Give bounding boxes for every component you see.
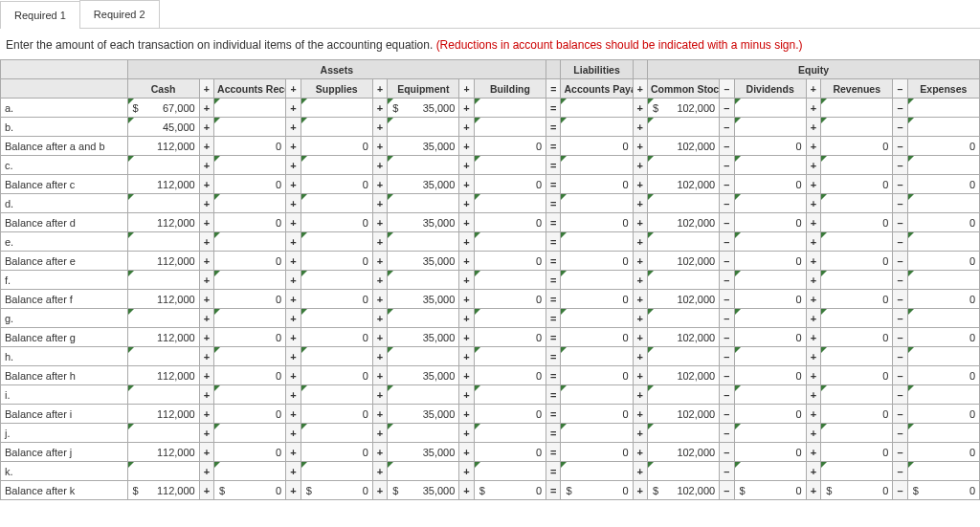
cell-rev[interactable] [821, 309, 893, 328]
cell-ar[interactable] [214, 156, 286, 175]
cell-cs[interactable] [648, 194, 720, 213]
cell-ar[interactable] [214, 99, 286, 118]
cell-equip[interactable] [388, 118, 459, 137]
cell-equip[interactable] [388, 385, 459, 405]
cell-div[interactable] [734, 385, 806, 405]
cell-ap[interactable] [561, 424, 633, 443]
cell-ap[interactable] [561, 462, 633, 481]
cell-sup[interactable] [301, 424, 372, 443]
cell-ap[interactable] [561, 385, 633, 405]
cell-ar[interactable] [214, 271, 286, 290]
cell-ap[interactable] [561, 232, 633, 252]
cell-sup[interactable] [301, 118, 372, 137]
cell-sup[interactable] [301, 156, 372, 175]
cell-bldg[interactable] [474, 99, 546, 118]
cell-cash[interactable] [127, 271, 199, 290]
cell-bldg[interactable] [474, 309, 546, 328]
cell-rev[interactable] [821, 424, 893, 443]
cell-div[interactable] [734, 118, 806, 137]
cell-cs[interactable] [648, 462, 720, 481]
cell-rev[interactable] [821, 347, 893, 366]
cell-cash[interactable]: 45,000 [127, 118, 199, 137]
cell-cash[interactable] [127, 385, 199, 405]
cell-ar[interactable] [214, 462, 286, 481]
cell-bldg[interactable] [474, 424, 546, 443]
cell-equip[interactable] [388, 424, 459, 443]
cell-cs[interactable] [648, 385, 720, 405]
cell-div[interactable] [734, 156, 806, 175]
cell-rev[interactable] [821, 271, 893, 290]
cell-div[interactable] [734, 309, 806, 328]
cell-ap[interactable] [561, 118, 633, 137]
tab-required-2[interactable]: Required 2 [79, 0, 160, 28]
cell-div[interactable] [734, 232, 806, 252]
cell-equip[interactable] [388, 194, 459, 213]
cell-cash[interactable] [127, 156, 199, 175]
cell-sup[interactable] [301, 271, 372, 290]
cell-ar[interactable] [214, 309, 286, 328]
cell-bldg[interactable] [474, 462, 546, 481]
cell-bldg[interactable] [474, 194, 546, 213]
cell-exp[interactable] [907, 118, 979, 137]
cell-equip[interactable] [388, 232, 459, 252]
cell-ar[interactable] [214, 232, 286, 252]
cell-cs[interactable] [648, 309, 720, 328]
cell-ap[interactable] [561, 347, 633, 366]
cell-bldg[interactable] [474, 232, 546, 252]
cell-bldg[interactable] [474, 347, 546, 366]
cell-ap[interactable] [561, 271, 633, 290]
cell-ar[interactable] [214, 424, 286, 443]
tab-required-1[interactable]: Required 1 [0, 1, 80, 29]
cell-rev[interactable] [821, 462, 893, 481]
cell-cash[interactable] [127, 309, 199, 328]
cell-div[interactable] [734, 271, 806, 290]
cell-exp[interactable] [907, 309, 979, 328]
cell-equip[interactable] [388, 462, 459, 481]
cell-cs[interactable] [648, 424, 720, 443]
cell-cash[interactable]: $67,000 [127, 99, 199, 118]
cell-equip[interactable] [388, 309, 459, 328]
cell-ap[interactable] [561, 99, 633, 118]
cell-bldg[interactable] [474, 385, 546, 405]
cell-ar[interactable] [214, 347, 286, 366]
cell-exp[interactable] [907, 462, 979, 481]
cell-cs[interactable] [648, 271, 720, 290]
cell-bldg[interactable] [474, 118, 546, 137]
cell-div[interactable] [734, 424, 806, 443]
cell-exp[interactable] [907, 232, 979, 252]
cell-bldg[interactable] [474, 271, 546, 290]
cell-cash[interactable] [127, 347, 199, 366]
cell-bldg[interactable] [474, 156, 546, 175]
cell-ar[interactable] [214, 118, 286, 137]
cell-ap[interactable] [561, 309, 633, 328]
cell-cash[interactable] [127, 424, 199, 443]
cell-rev[interactable] [821, 99, 893, 118]
cell-rev[interactable] [821, 232, 893, 252]
cell-div[interactable] [734, 194, 806, 213]
cell-sup[interactable] [301, 385, 372, 405]
cell-exp[interactable] [907, 385, 979, 405]
cell-div[interactable] [734, 462, 806, 481]
cell-sup[interactable] [301, 309, 372, 328]
cell-cash[interactable] [127, 194, 199, 213]
cell-ar[interactable] [214, 385, 286, 405]
cell-cash[interactable] [127, 232, 199, 252]
cell-sup[interactable] [301, 232, 372, 252]
cell-rev[interactable] [821, 156, 893, 175]
cell-rev[interactable] [821, 194, 893, 213]
cell-rev[interactable] [821, 118, 893, 137]
cell-exp[interactable] [907, 99, 979, 118]
cell-ap[interactable] [561, 194, 633, 213]
cell-cs[interactable] [648, 347, 720, 366]
cell-exp[interactable] [907, 156, 979, 175]
cell-exp[interactable] [907, 271, 979, 290]
cell-sup[interactable] [301, 99, 372, 118]
cell-exp[interactable] [907, 194, 979, 213]
cell-equip[interactable]: $35,000 [388, 99, 459, 118]
cell-equip[interactable] [388, 271, 459, 290]
cell-exp[interactable] [907, 347, 979, 366]
cell-cs[interactable] [648, 156, 720, 175]
cell-div[interactable] [734, 99, 806, 118]
cell-exp[interactable] [907, 424, 979, 443]
cell-cs[interactable] [648, 118, 720, 137]
